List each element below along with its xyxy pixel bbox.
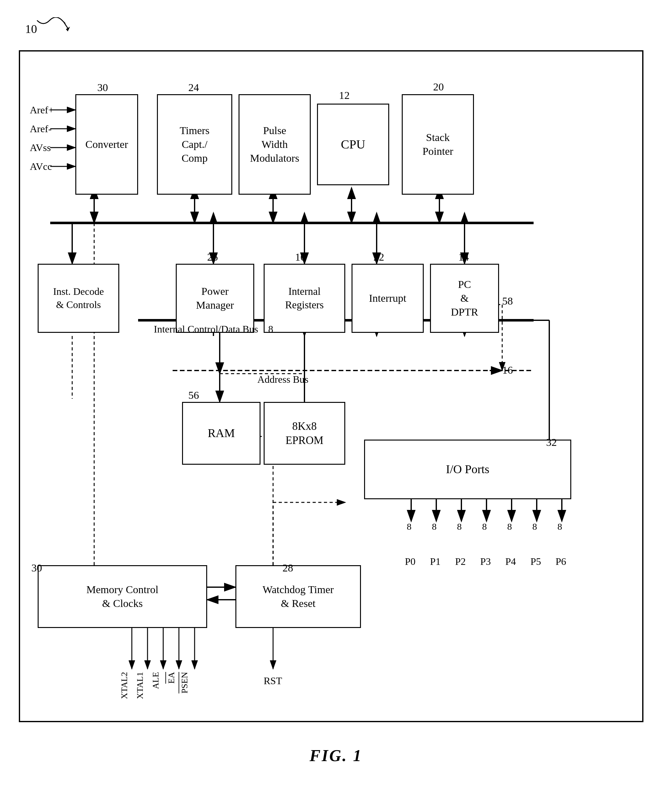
squiggle-arrow (34, 17, 72, 42)
port-p3-label: P3 (480, 556, 491, 567)
ref-pc-dptr: 14 (458, 251, 469, 263)
aref-plus-label: Aref+ (30, 104, 54, 116)
port-p4-label: P4 (506, 556, 516, 567)
port-bit-6: 8 (532, 521, 537, 532)
aref-minus-label: Aref- (30, 123, 51, 135)
avss-label: AVss (30, 142, 51, 154)
psen-label: PSEN (179, 672, 190, 693)
internal-bus-label: Internal Control/Data Bus 8 (154, 324, 273, 335)
port-p5-label: P5 (530, 556, 541, 567)
ref-cpu: 12 (339, 90, 350, 101)
ref-stack: 20 (433, 81, 444, 93)
pc-dptr-block: PC & DPTR (430, 264, 499, 333)
ref-58: 58 (502, 295, 513, 307)
ref-io-ports: 32 (546, 436, 557, 449)
io-ports-block: I/O Ports (364, 439, 571, 499)
xtal1-label: XTAL1 (135, 672, 145, 699)
ram-block: RAM (182, 402, 261, 465)
eprom-block: 8Kx8 EPROM (264, 402, 345, 465)
rst-label: RST (264, 675, 282, 687)
ref-watchdog: 28 (283, 562, 293, 574)
stack-pointer-block: Stack Pointer (402, 94, 474, 195)
port-bit-5: 8 (507, 521, 512, 532)
ref-interrupt: 22 (373, 251, 384, 263)
port-bit-1: 8 (407, 521, 411, 532)
cpu-block: CPU (317, 104, 389, 185)
ale-label: ALE (150, 672, 161, 689)
port-bit-3: 8 (457, 521, 462, 532)
interrupt-block: Interrupt (352, 264, 424, 333)
address-bus-label: Address Bus (258, 373, 309, 385)
svg-marker-1 (66, 27, 70, 31)
port-bit-2: 8 (432, 521, 437, 532)
page: 10 (0, 0, 672, 790)
ref-memory-control: 30 (31, 562, 42, 574)
memory-control-block: Memory Control & Clocks (38, 565, 207, 628)
inst-decode-block: Inst. Decode & Controls (38, 264, 119, 333)
ea-label: EA (166, 672, 176, 684)
port-bit-4: 8 (482, 521, 487, 532)
ref-timers: 24 (188, 82, 199, 94)
power-manager-block: Power Manager (176, 264, 254, 333)
timers-block: Timers Capt./ Comp (157, 94, 232, 195)
figure-label: FIG. 1 (309, 746, 362, 765)
port-p6-label: P6 (555, 556, 566, 567)
converter-block: Converter (75, 94, 138, 195)
internal-regs-block: Internal Registers (264, 264, 345, 333)
watchdog-block: Watchdog Timer & Reset (235, 565, 361, 628)
xtal2-label: XTAL2 (119, 672, 129, 699)
ref-internal-regs: 16 (295, 251, 306, 263)
svg-line-0 (64, 22, 68, 28)
pwm-block: Pulse Width Modulators (238, 94, 311, 195)
avcc-label: AVcc (30, 161, 52, 172)
port-p2-label: P2 (455, 556, 466, 567)
ref-converter: 30 (97, 82, 108, 94)
ref-16b: 16 (502, 364, 513, 376)
port-p0-label: P0 (405, 556, 416, 567)
port-p1-label: P1 (430, 556, 441, 567)
ref-power: 26 (207, 251, 218, 263)
port-bit-7: 8 (557, 521, 562, 532)
ref-ram: 56 (188, 389, 199, 401)
